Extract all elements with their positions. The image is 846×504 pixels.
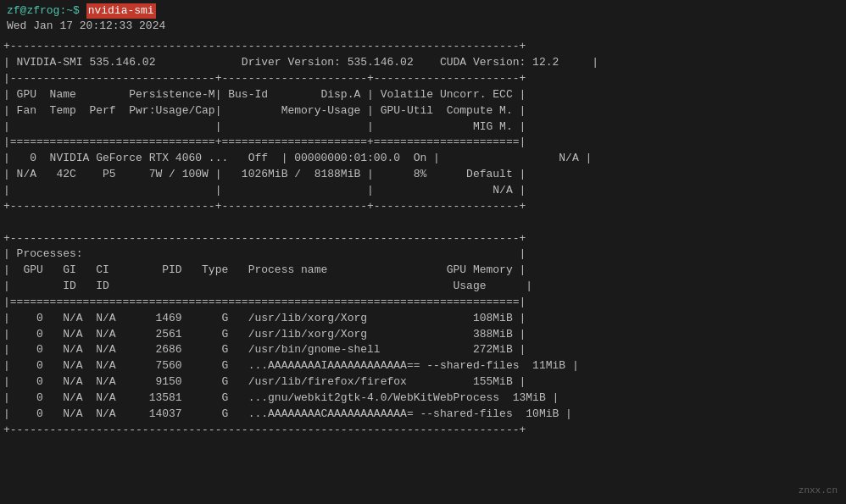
prompt-user: zf@zfrog (7, 3, 59, 19)
command-highlight: nvidia-smi (86, 3, 156, 19)
timestamp: Wed Jan 17 20:12:33 2024 (7, 19, 839, 34)
prompt-line: zf@zfrog:~$ nvidia-smi (7, 3, 839, 19)
title-bar: zf@zfrog:~$ nvidia-smi Wed Jan 17 20:12:… (0, 0, 846, 37)
watermark: znxx.cn (799, 485, 838, 496)
terminal-window: zf@zfrog:~$ nvidia-smi Wed Jan 17 20:12:… (0, 0, 846, 504)
prompt-path: :~$ (59, 3, 79, 19)
nvidia-smi-output: +---------------------------------------… (0, 37, 846, 440)
